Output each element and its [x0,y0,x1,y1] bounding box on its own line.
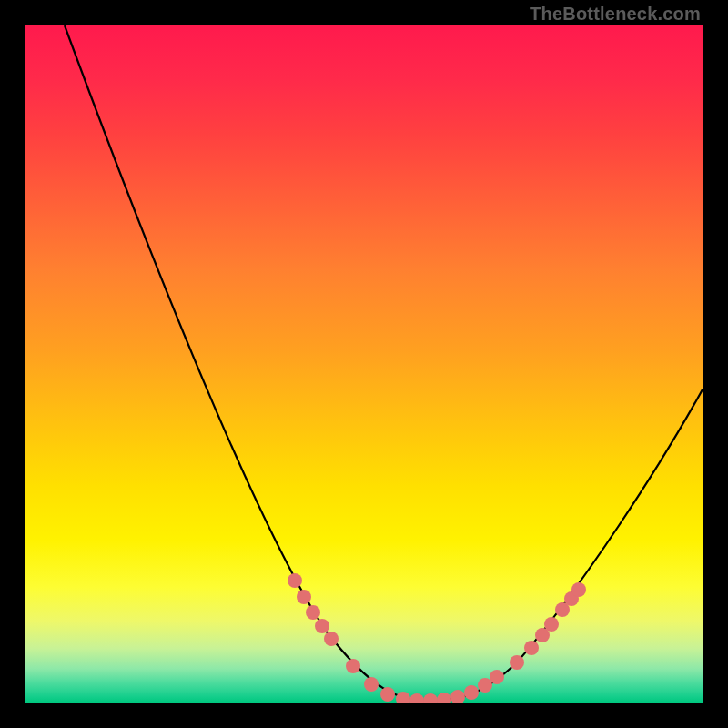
highlight-dot [324,632,339,646]
highlight-dot [288,573,302,588]
highlight-dot [544,617,559,632]
highlight-dot [410,693,424,703]
highlight-dot [437,693,451,703]
highlight-dot [396,692,410,703]
highlight-dot [297,590,311,604]
highlight-dot [346,659,360,673]
highlight-dot [450,690,465,703]
highlight-dots-group [288,573,586,703]
highlight-dot [380,687,395,702]
highlight-dot [464,685,479,700]
bottleneck-curve [65,25,703,701]
highlight-dot [478,678,492,693]
highlight-dot [571,582,586,597]
highlight-dot [306,605,320,620]
chart-frame: TheBottleneck.com [0,0,728,728]
curve-svg [25,25,703,703]
highlight-dot [490,670,504,684]
highlight-dot [510,655,524,670]
highlight-dot [315,619,329,633]
watermark-text: TheBottleneck.com [530,4,701,25]
highlight-dot [423,693,438,703]
highlight-dot [364,677,379,692]
highlight-dot [524,641,539,655]
